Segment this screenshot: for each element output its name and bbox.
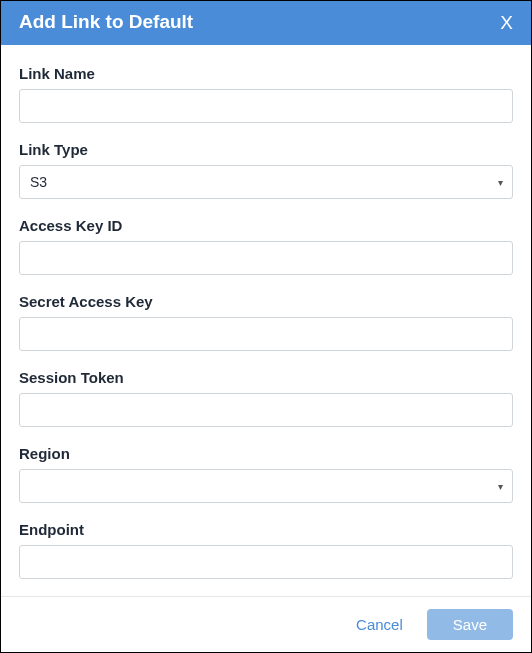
endpoint-label: Endpoint bbox=[19, 521, 513, 538]
field-endpoint: Endpoint bbox=[19, 521, 513, 579]
session-token-label: Session Token bbox=[19, 369, 513, 386]
endpoint-input[interactable] bbox=[19, 545, 513, 579]
dialog-footer: Cancel Save bbox=[1, 596, 531, 652]
secret-access-key-label: Secret Access Key bbox=[19, 293, 513, 310]
link-name-label: Link Name bbox=[19, 65, 513, 82]
region-label: Region bbox=[19, 445, 513, 462]
save-button[interactable]: Save bbox=[427, 609, 513, 640]
field-session-token: Session Token bbox=[19, 369, 513, 427]
link-type-label: Link Type bbox=[19, 141, 513, 158]
add-link-dialog: Add Link to Default X Link Name Link Typ… bbox=[0, 0, 532, 653]
secret-access-key-input[interactable] bbox=[19, 317, 513, 351]
region-select[interactable] bbox=[19, 469, 513, 503]
close-icon[interactable]: X bbox=[500, 13, 513, 32]
cancel-button[interactable]: Cancel bbox=[352, 610, 407, 639]
link-name-input[interactable] bbox=[19, 89, 513, 123]
access-key-id-label: Access Key ID bbox=[19, 217, 513, 234]
field-link-type: Link Type S3 ▾ bbox=[19, 141, 513, 199]
field-region: Region ▾ bbox=[19, 445, 513, 503]
field-link-name: Link Name bbox=[19, 65, 513, 123]
session-token-input[interactable] bbox=[19, 393, 513, 427]
link-type-select[interactable]: S3 bbox=[19, 165, 513, 199]
access-key-id-input[interactable] bbox=[19, 241, 513, 275]
dialog-title: Add Link to Default bbox=[19, 11, 193, 33]
dialog-body: Link Name Link Type S3 ▾ Access Key ID S… bbox=[1, 45, 531, 596]
dialog-header: Add Link to Default X bbox=[1, 1, 531, 45]
field-secret-access-key: Secret Access Key bbox=[19, 293, 513, 351]
field-access-key-id: Access Key ID bbox=[19, 217, 513, 275]
